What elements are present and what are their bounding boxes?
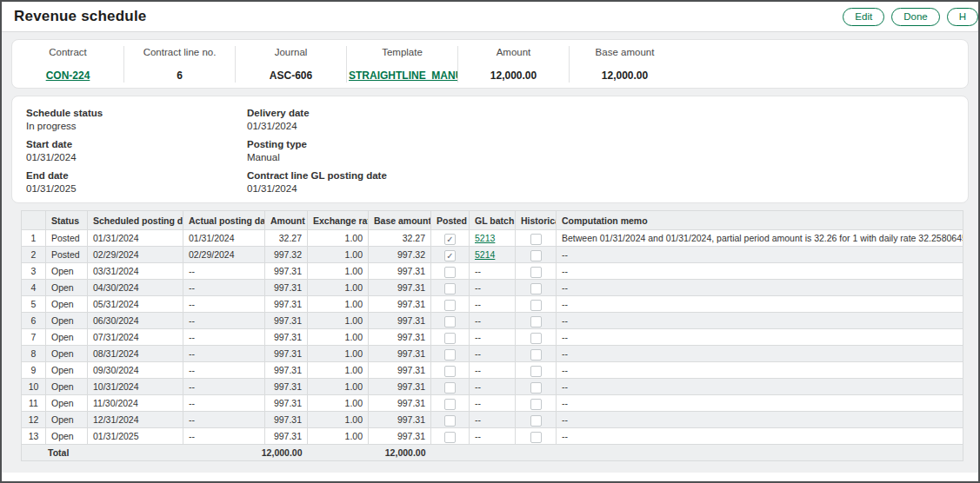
- computation-memo-cell: --: [557, 329, 963, 346]
- schedule-status-label: Schedule status: [26, 108, 247, 118]
- posted-checkbox[interactable]: [444, 283, 456, 294]
- posting-type-label: Posting type: [247, 139, 954, 149]
- historical-checkbox[interactable]: [530, 366, 542, 377]
- actual-posting-date-cell: --: [183, 412, 265, 428]
- historical-checkbox[interactable]: [530, 399, 542, 410]
- exchange-rate-cell: 1.00: [308, 247, 369, 263]
- summary-contract: Contract CON-224: [12, 46, 123, 83]
- posted-checkbox[interactable]: [444, 349, 456, 361]
- status-cell: Posted: [46, 230, 88, 247]
- scheduled-posting-date-cell: 05/31/2024: [88, 296, 183, 313]
- amount-cell: 997.31: [265, 346, 308, 362]
- delivery-date-value: 01/31/2024: [247, 121, 954, 131]
- base-amount-cell: 997.31: [369, 428, 431, 445]
- historical-cell: [516, 362, 557, 379]
- posted-checkbox[interactable]: [444, 267, 456, 278]
- row-number-cell: 11: [22, 395, 46, 412]
- scheduled-posting-date-cell: 02/29/2024: [88, 247, 183, 263]
- gl-batch-cell: --: [470, 362, 516, 379]
- posted-checkbox[interactable]: ✓: [444, 234, 456, 245]
- details-card: Schedule status In progress Start date 0…: [11, 96, 969, 203]
- status-cell: Open: [46, 379, 88, 395]
- historical-checkbox[interactable]: [530, 349, 542, 361]
- base-amount-cell: 997.31: [369, 346, 431, 362]
- historical-checkbox[interactable]: [530, 415, 542, 427]
- gl-batch-link[interactable]: 5213: [475, 233, 495, 243]
- scheduled-posting-date-cell: 01/31/2024: [88, 230, 183, 247]
- contract-line-gl-posting-date-field: Contract line GL posting date 01/31/2024: [247, 170, 954, 194]
- posted-checkbox[interactable]: [444, 333, 456, 344]
- computation-memo-cell: --: [557, 263, 963, 280]
- gl-batch-cell: --: [470, 280, 516, 296]
- delivery-date-label: Delivery date: [247, 108, 954, 118]
- posted-checkbox[interactable]: [444, 366, 456, 377]
- schedule-row-8: 8Open08/31/2024--997.311.00997.31----: [22, 346, 963, 362]
- computation-memo-cell: --: [557, 296, 963, 313]
- gl-batch-link[interactable]: 5214: [475, 249, 495, 260]
- column-header-historical: Historical: [516, 211, 557, 230]
- schedule-status-value: In progress: [26, 121, 247, 131]
- schedule-row-4: 4Open04/30/2024--997.311.00997.31----: [22, 280, 963, 296]
- posted-checkbox[interactable]: [444, 316, 456, 328]
- gl-batch-cell: --: [470, 346, 516, 362]
- row-number-cell: 1: [22, 230, 46, 247]
- posted-checkbox[interactable]: [444, 300, 456, 311]
- exchange-rate-cell: 1.00: [308, 329, 369, 346]
- historical-checkbox[interactable]: [530, 382, 542, 394]
- scheduled-posting-date-cell: 08/31/2024: [88, 346, 183, 362]
- historical-checkbox[interactable]: [530, 333, 542, 344]
- actual-posting-date-cell: --: [183, 379, 265, 395]
- posted-checkbox[interactable]: [444, 382, 456, 394]
- schedule-row-12: 12Open12/31/2024--997.311.00997.31----: [22, 412, 963, 428]
- status-cell: Open: [46, 395, 88, 412]
- scheduled-posting-date-cell: 03/31/2024: [88, 263, 183, 280]
- column-header-row-number: [22, 211, 46, 230]
- base-amount-cell: 997.31: [369, 379, 431, 395]
- row-number-cell: 9: [22, 362, 46, 379]
- status-cell: Open: [46, 362, 88, 379]
- base-amount-label: Base amount: [571, 47, 678, 57]
- end-date-value: 01/31/2025: [26, 183, 247, 194]
- computation-memo-cell: --: [557, 395, 963, 412]
- posted-cell: [431, 346, 470, 362]
- total-label-cell: Total: [22, 445, 88, 461]
- posted-checkbox[interactable]: [444, 415, 456, 427]
- start-date-label: Start date: [26, 139, 247, 149]
- posted-checkbox[interactable]: ✓: [444, 250, 456, 261]
- edit-button[interactable]: Edit: [843, 8, 884, 26]
- scheduled-posting-date-cell: 10/31/2024: [88, 379, 183, 395]
- gl-batch-cell: 5214: [470, 247, 516, 263]
- historical-cell: [516, 412, 557, 428]
- actual-posting-date-cell: --: [183, 313, 265, 329]
- gl-batch-cell: --: [470, 412, 516, 428]
- posted-checkbox[interactable]: [444, 432, 456, 443]
- historical-checkbox[interactable]: [530, 234, 542, 245]
- content-area: Contract CON-224 Contract line no. 6 Jou…: [2, 32, 978, 473]
- done-button[interactable]: Done: [891, 8, 940, 26]
- status-cell: Open: [46, 346, 88, 362]
- base-amount-cell: 997.31: [369, 329, 431, 346]
- posted-checkbox[interactable]: [444, 399, 456, 410]
- historical-checkbox[interactable]: [530, 432, 542, 443]
- actual-posting-date-cell: --: [183, 296, 265, 313]
- status-cell: Open: [46, 263, 88, 280]
- historical-checkbox[interactable]: [530, 300, 542, 311]
- actual-posting-date-cell: --: [183, 362, 265, 379]
- historical-checkbox[interactable]: [530, 267, 542, 278]
- amount-value: 12,000.00: [460, 69, 567, 82]
- column-header-status: Status: [46, 211, 88, 230]
- template-link[interactable]: STRAIGHTLINE_MANUA: [349, 69, 457, 82]
- contract-link[interactable]: CON-224: [46, 69, 90, 82]
- column-header-computation-memo: Computation memo: [557, 211, 963, 230]
- historical-checkbox[interactable]: [530, 250, 542, 261]
- actual-posting-date-cell: --: [183, 395, 265, 412]
- historical-cell: [516, 230, 557, 247]
- historical-cell: [516, 329, 557, 346]
- amount-cell: 997.31: [265, 362, 308, 379]
- total-exchange-rate-cell: [308, 445, 369, 461]
- gl-batch-cell: --: [470, 296, 516, 313]
- end-date-label: End date: [26, 170, 247, 181]
- help-button[interactable]: H: [947, 8, 978, 26]
- historical-checkbox[interactable]: [530, 283, 542, 294]
- historical-checkbox[interactable]: [530, 316, 542, 328]
